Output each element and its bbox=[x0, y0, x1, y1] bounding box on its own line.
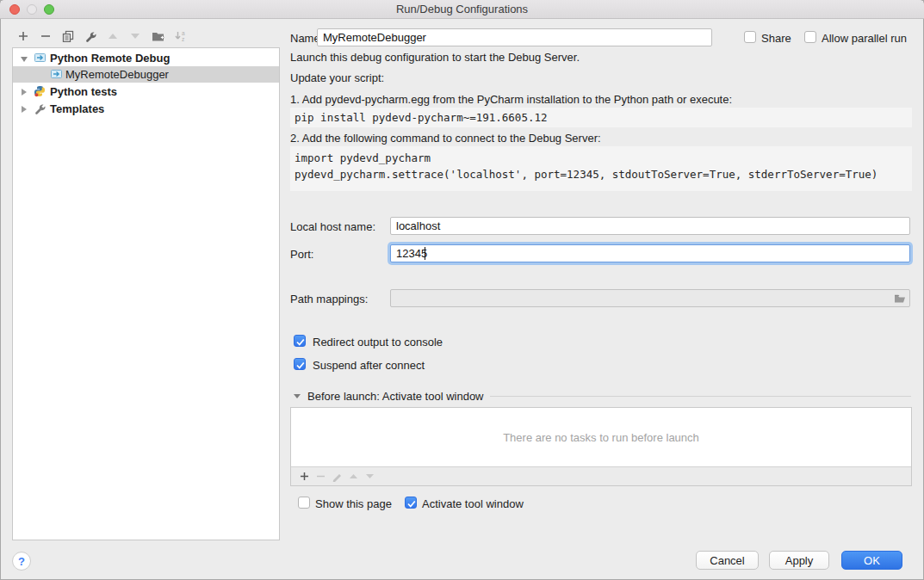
port-input[interactable] bbox=[390, 244, 910, 262]
remove-icon bbox=[313, 468, 329, 485]
chevron-down-icon[interactable] bbox=[294, 392, 301, 399]
window-title: Run/Debug Configurations bbox=[0, 3, 924, 15]
name-input[interactable] bbox=[317, 28, 712, 46]
before-launch-tasks-panel: There are no tasks to run before launch bbox=[290, 407, 912, 486]
help-button[interactable]: ? bbox=[12, 552, 31, 571]
chevron-collapsed-icon[interactable] bbox=[20, 105, 28, 114]
path-mappings-label: Path mappings: bbox=[290, 293, 368, 305]
pip-install-code-block: pip install pydevd-pycharm~=191.6605.12 bbox=[290, 108, 912, 127]
activate-tool-window-label: Activate tool window bbox=[422, 497, 524, 510]
tree-item-python-remote-debug[interactable]: Python Remote Debug bbox=[13, 50, 279, 66]
ok-button[interactable]: OK bbox=[841, 551, 902, 570]
tree-item-label: MyRemoteDebugger bbox=[65, 68, 169, 81]
add-icon[interactable] bbox=[296, 468, 313, 485]
before-launch-label: Before launch: Activate tool window bbox=[307, 390, 484, 403]
tree-item-python-tests[interactable]: Python tests bbox=[13, 83, 279, 100]
move-up-icon bbox=[345, 468, 362, 485]
path-mappings-input bbox=[390, 289, 910, 307]
tree-item-templates[interactable]: Templates bbox=[13, 101, 279, 117]
remote-debug-icon bbox=[34, 52, 47, 64]
section-divider bbox=[490, 396, 911, 397]
edit-defaults-wrench-icon[interactable] bbox=[79, 28, 102, 45]
cancel-button[interactable]: Cancel bbox=[696, 551, 759, 570]
description-line1: Launch this debug configuration to start… bbox=[290, 51, 580, 64]
activate-tool-window-checkbox[interactable] bbox=[405, 497, 417, 509]
show-this-page-label: Show this page bbox=[315, 497, 392, 510]
tree-item-label: Python Remote Debug bbox=[50, 52, 170, 65]
help-question-icon: ? bbox=[18, 555, 25, 568]
code-line: pip install pydevd-pycharm~=191.6605.12 bbox=[290, 108, 912, 127]
share-checkbox[interactable] bbox=[744, 31, 756, 43]
suspend-after-connect-label: Suspend after connect bbox=[313, 359, 425, 372]
step1-text: 1. Add pydevd-pycharm.egg from the PyCha… bbox=[290, 93, 732, 106]
wrench-icon bbox=[34, 102, 47, 115]
text-cursor bbox=[425, 247, 425, 260]
title-bar[interactable]: Run/Debug Configurations bbox=[0, 0, 924, 19]
code-line: pydevd_pycharm.settrace('localhost', por… bbox=[290, 166, 912, 182]
tree-item-myremotedebugger[interactable]: MyRemoteDebugger bbox=[13, 66, 279, 83]
allow-parallel-run-checkbox[interactable] bbox=[804, 31, 816, 43]
edit-pencil-icon bbox=[329, 468, 345, 485]
show-this-page-checkbox[interactable] bbox=[298, 497, 310, 509]
local-host-name-label: Local host name: bbox=[290, 220, 375, 233]
allow-parallel-run-label: Allow parallel run bbox=[822, 32, 907, 45]
move-down-icon bbox=[124, 28, 146, 45]
sort-alphabetically-icon[interactable]: az bbox=[169, 28, 191, 45]
local-host-name-input[interactable] bbox=[390, 217, 910, 235]
apply-button[interactable]: Apply bbox=[769, 551, 829, 570]
port-label: Port: bbox=[290, 248, 313, 261]
svg-text:a: a bbox=[182, 30, 185, 36]
redirect-output-checkbox[interactable] bbox=[294, 335, 306, 347]
move-down-icon bbox=[362, 468, 378, 485]
remote-debug-icon bbox=[50, 68, 63, 80]
run-debug-configurations-dialog: Run/Debug Configurations az Python Remot… bbox=[0, 0, 924, 580]
chevron-expanded-icon[interactable] bbox=[20, 55, 28, 64]
redirect-output-label: Redirect output to console bbox=[313, 336, 443, 349]
remove-icon[interactable] bbox=[34, 28, 57, 45]
before-launch-section-header[interactable]: Before launch: Activate tool window bbox=[294, 389, 911, 403]
tree-item-label: Python tests bbox=[50, 85, 117, 98]
suspend-after-connect-checkbox[interactable] bbox=[294, 358, 306, 370]
chevron-collapsed-icon[interactable] bbox=[20, 88, 28, 96]
tree-item-label: Templates bbox=[50, 102, 104, 115]
configurations-toolbar: az bbox=[12, 27, 191, 46]
step2-text: 2. Add the following command to connect … bbox=[290, 132, 601, 145]
new-folder-icon[interactable] bbox=[146, 28, 169, 45]
move-up-icon bbox=[102, 28, 124, 45]
share-label: Share bbox=[761, 32, 791, 45]
browse-folder-icon[interactable] bbox=[893, 292, 907, 305]
python-icon bbox=[34, 85, 46, 97]
add-icon[interactable] bbox=[12, 28, 34, 45]
code-line: import pydevd_pycharm bbox=[290, 150, 912, 166]
configurations-tree: Python Remote Debug MyRemoteDebugger Pyt… bbox=[12, 47, 280, 540]
copy-icon[interactable] bbox=[57, 28, 79, 45]
description-line2: Update your script: bbox=[290, 71, 384, 84]
tasks-toolbar bbox=[291, 466, 911, 485]
settrace-code-block: import pydevd_pycharm pydevd_pycharm.set… bbox=[290, 146, 912, 191]
no-tasks-text: There are no tasks to run before launch bbox=[291, 408, 911, 466]
svg-text:z: z bbox=[182, 36, 184, 42]
